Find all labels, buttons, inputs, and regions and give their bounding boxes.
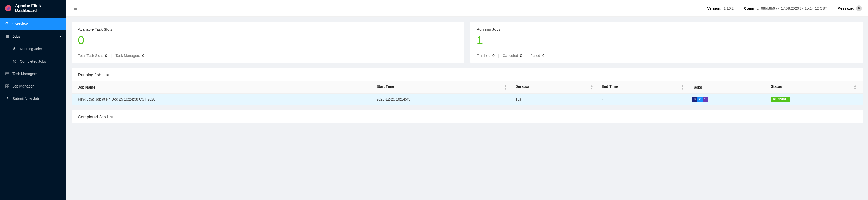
flink-logo-icon (5, 5, 12, 12)
sidebar-item-running-jobs[interactable]: Running Jobs (7, 43, 66, 55)
card-title: Available Task Slots (78, 27, 458, 31)
svg-rect-9 (6, 85, 7, 86)
sidebar-item-label: Overview (12, 22, 28, 26)
running-job-list-card: Running Job List Job Name Start Time▲▼ D… (72, 68, 863, 105)
cell-status: RUNNING (767, 94, 863, 105)
svg-rect-10 (7, 85, 9, 86)
message-count-badge[interactable]: 0 (856, 5, 862, 11)
failed-count: Failed 0 (530, 54, 545, 58)
canceled-count: Canceled 0 (502, 54, 522, 58)
sidebar-item-label: Completed Jobs (20, 59, 46, 63)
sidebar-item-completed-jobs[interactable]: Completed Jobs (7, 55, 66, 68)
sort-icon: ▲▼ (590, 85, 593, 90)
schedule-icon (5, 72, 9, 76)
table-row[interactable]: Flink Java Job at Fri Dec 25 10:24:38 CS… (72, 94, 863, 105)
build-icon (5, 84, 9, 88)
brand-bar: Apache Flink Dashboard (0, 0, 66, 16)
col-end-time[interactable]: End Time▲▼ (597, 81, 688, 94)
svg-point-6 (13, 60, 16, 63)
cell-end-time: - (597, 94, 688, 105)
card-title: Running Jobs (476, 27, 857, 31)
sidebar-nav: Overview Jobs Running Jobs (0, 16, 66, 105)
col-job-name[interactable]: Job Name (72, 81, 372, 94)
cell-job-name: Flink Java Job at Fri Dec 25 10:24:38 CS… (72, 94, 372, 105)
menu-fold-icon[interactable] (73, 6, 78, 11)
cell-duration: 15s (511, 94, 597, 105)
svg-rect-11 (6, 87, 7, 88)
sidebar-item-jobs[interactable]: Jobs (0, 30, 66, 43)
sidebar-item-label: Job Manager (12, 84, 34, 88)
list-title: Running Job List (72, 68, 863, 81)
task-badge: 1 (703, 97, 708, 102)
brand-title: Apache Flink Dashboard (15, 4, 62, 13)
sidebar-item-task-managers[interactable]: Task Managers (0, 68, 66, 80)
sidebar-item-overview[interactable]: Overview (0, 18, 66, 30)
col-tasks[interactable]: Tasks (688, 81, 767, 94)
bars-icon (5, 34, 9, 38)
sidebar-item-job-manager[interactable]: Job Manager (0, 80, 66, 93)
task-badge: 3 (692, 97, 698, 102)
play-circle-icon (12, 47, 17, 51)
list-title: Completed Job List (72, 110, 863, 123)
check-circle-icon (12, 59, 17, 63)
sort-icon: ▲▼ (854, 85, 857, 90)
version-label: Version: (707, 6, 721, 10)
total-task-slots: Total Task Slots 0 (78, 54, 107, 58)
status-badge: RUNNING (771, 97, 789, 102)
col-status[interactable]: Status▲▼ (767, 81, 863, 94)
cell-start-time: 2020-12-25 10:24:45 (372, 94, 511, 105)
separator: | (738, 6, 739, 10)
finished-count: Finished 0 (476, 54, 495, 58)
completed-job-list-card: Completed Job List (72, 110, 863, 123)
running-jobs-value: 1 (476, 34, 857, 46)
sidebar-item-label: Submit New Job (12, 97, 39, 101)
sidebar-item-label: Task Managers (12, 72, 37, 76)
commit-value: 68bb8b6 @ 17.08.2020 @ 15:14:12 CST (761, 6, 827, 10)
col-duration[interactable]: Duration▲▼ (511, 81, 597, 94)
sort-icon: ▲▼ (681, 85, 684, 90)
sidebar-item-submit-new-job[interactable]: Submit New Job (0, 93, 66, 105)
top-header: Version: 1.10.2 | Commit: 68bb8b6 @ 17.0… (66, 0, 868, 16)
svg-rect-7 (6, 72, 9, 75)
sidebar: Apache Flink Dashboard Overview Jobs (0, 0, 66, 200)
sort-icon: ▲▼ (504, 85, 507, 90)
task-badge: 2 (698, 97, 703, 102)
sidebar-item-label: Jobs (12, 34, 20, 38)
available-slots-value: 0 (78, 34, 458, 46)
upload-icon (5, 97, 9, 101)
svg-point-1 (9, 7, 10, 8)
message-label: Message: (837, 6, 854, 10)
running-jobs-card: Running Jobs 1 Finished 0 | Canceled 0 (470, 22, 863, 63)
available-task-slots-card: Available Task Slots 0 Total Task Slots … (72, 22, 464, 63)
dashboard-icon (5, 22, 9, 26)
version-value: 1.10.2 (723, 6, 734, 10)
cell-tasks: 3 2 1 (688, 94, 767, 105)
commit-label: Commit: (744, 6, 759, 10)
running-jobs-table: Job Name Start Time▲▼ Duration▲▼ End Tim… (72, 81, 863, 105)
svg-rect-12 (7, 87, 9, 88)
task-managers-count: Task Managers 0 (115, 54, 144, 58)
sidebar-item-label: Running Jobs (20, 47, 42, 51)
chevron-up-icon (58, 35, 61, 38)
separator: | (832, 6, 833, 10)
col-start-time[interactable]: Start Time▲▼ (372, 81, 511, 94)
